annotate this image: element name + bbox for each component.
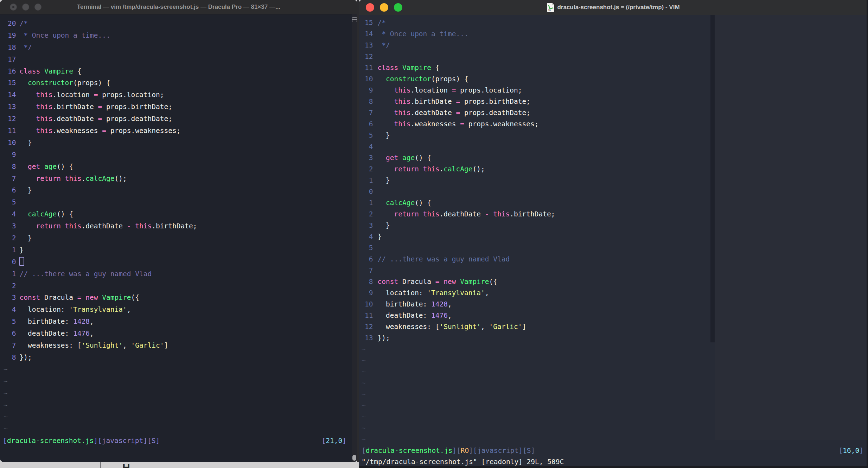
token: [19, 115, 36, 123]
code-line: 9 location: 'Transylvania',: [359, 287, 868, 299]
code-line: 18 */: [0, 42, 352, 53]
close-button[interactable]: [366, 3, 374, 12]
token: props.birthDate;: [102, 103, 172, 111]
window-edge-bottom: [359, 466, 868, 468]
code-line: 6// ...there was a guy named Vlad: [359, 254, 868, 265]
token: ,: [485, 289, 489, 297]
token: [98, 293, 102, 302]
line-number: 13: [8, 101, 16, 113]
line-number: 1: [365, 175, 373, 186]
token: [40, 67, 44, 75]
code-line: 19 * Once upon a time...: [0, 30, 352, 42]
code-line: 4: [359, 141, 868, 152]
code-line: 8});: [0, 352, 352, 363]
minimize-button[interactable]: [380, 3, 388, 12]
line-number: 6: [8, 184, 16, 196]
code-text: }: [377, 131, 390, 139]
split-pane-button[interactable]: [352, 17, 357, 22]
code-line: 1// ...there was a guy named Vlad: [0, 268, 352, 280]
token: location:: [19, 305, 69, 314]
minimize-button[interactable]: [22, 4, 29, 11]
token: [19, 163, 27, 171]
token: [377, 120, 394, 128]
tilde-glyph: ~: [4, 413, 8, 421]
code-text: this.location = props.location;: [377, 86, 522, 94]
token: () {: [415, 154, 431, 162]
line-number: 1: [8, 268, 16, 280]
token: ]: [522, 323, 526, 331]
code-line: 6 deathDate: 1476,: [0, 328, 352, 340]
scrollbar-thumb[interactable]: [352, 455, 356, 461]
code-text: return this.calcAge();: [377, 165, 485, 173]
token: [19, 210, 27, 218]
ruler: [16,0]: [839, 445, 863, 456]
line-number: 5: [365, 130, 373, 141]
code-line: 7 this.deathDate = props.deathDate;: [359, 107, 868, 119]
token: .location: [52, 91, 94, 99]
zoom-button[interactable]: [394, 3, 402, 12]
token: location:: [377, 289, 427, 297]
token: ,: [448, 311, 452, 320]
terminal-text-area[interactable]: 20/*19 * Once upon a time...18 */1716cla…: [0, 14, 352, 462]
terminal-scrollbar[interactable]: [352, 14, 357, 462]
code-line: 1 }: [359, 175, 868, 186]
ruler-segment: ]: [342, 437, 346, 445]
macvim-titlebar[interactable]: JS dracula-screenshot.js = (/private/tmp…: [359, 0, 868, 15]
line-number: 2: [365, 164, 373, 175]
line-number: 4: [8, 208, 16, 220]
token: deathDate:: [19, 329, 73, 337]
code-text: weaknesses: ['Sunlight', 'Garlic']: [19, 341, 168, 349]
code-text: return this.calcAge();: [19, 175, 127, 183]
token: () {: [415, 199, 431, 207]
line-number: 8: [8, 161, 16, 173]
macvim-text-area[interactable]: 15/*14 * Once upon a time...13 */1211cla…: [359, 15, 868, 468]
tilde-glyph: ~: [362, 390, 366, 398]
empty-line-tilde: ~: [0, 399, 352, 411]
zoom-button[interactable]: [34, 4, 42, 11]
window-controls: [366, 0, 402, 15]
token: [61, 175, 65, 183]
code-line: 5: [359, 242, 868, 254]
code-line: 16class Vampire {: [0, 65, 352, 77]
line-number: 19: [8, 30, 16, 42]
code-text: weaknesses: ['Sunlight', 'Garlic']: [377, 323, 526, 331]
token: */: [377, 41, 390, 49]
close-button[interactable]: [10, 4, 17, 11]
ruler-segment: [: [322, 437, 326, 445]
token: }: [19, 139, 32, 147]
code-line: 7 return this.calcAge();: [0, 173, 352, 185]
code-line: 12: [359, 51, 868, 62]
token: this: [394, 109, 410, 117]
line-number: 9: [365, 287, 373, 299]
token: .deathDate: [52, 115, 98, 123]
token: }: [377, 221, 390, 229]
token: birthDate:: [19, 317, 73, 325]
token: [131, 222, 135, 230]
code-text: this.deathDate = props.deathDate;: [19, 115, 172, 123]
token: ({: [489, 278, 497, 286]
code-line: 3 }: [359, 220, 868, 231]
line-number: 5: [8, 196, 16, 208]
token: .birthDate;: [510, 210, 555, 218]
token: [377, 165, 394, 173]
code-line: 8 get age() {: [0, 161, 352, 173]
background-window-text: H: [122, 462, 130, 468]
ruler-segment: 16,0: [843, 447, 859, 455]
code-text: }: [19, 186, 32, 194]
line-number: 2: [8, 232, 16, 244]
token: constructor: [28, 79, 73, 87]
code-line: 5 birthDate: 1428,: [0, 316, 352, 328]
code-text: this.birthDate = props.birthDate;: [19, 103, 172, 111]
code-line: 10 }: [0, 137, 352, 149]
token: [398, 64, 402, 72]
line-number: 10: [365, 299, 373, 310]
document-icon[interactable]: JS: [547, 3, 554, 12]
token: get: [28, 163, 40, 171]
token: [489, 210, 493, 218]
vim-buffer: 15/*14 * Once upon a time...13 */1211cla…: [359, 15, 868, 468]
token: constructor: [386, 75, 431, 83]
code-line: 11 this.weaknesses = props.weaknesses;: [0, 125, 352, 137]
token: const: [377, 278, 398, 286]
terminal-titlebar[interactable]: Terminal — vim /tmp/dracula-screenshot.j…: [0, 0, 357, 14]
token: 'Transylvania': [69, 305, 127, 314]
